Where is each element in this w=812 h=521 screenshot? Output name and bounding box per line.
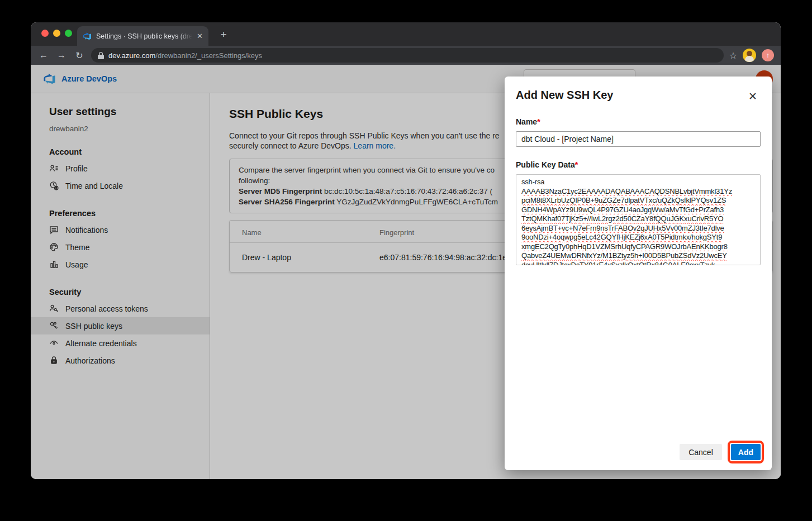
key-text-line: ssh-rsa xyxy=(521,178,755,187)
tab-close-icon[interactable]: ✕ xyxy=(197,32,203,40)
key-text-line: pciM8t8XLrbUzQIP0B+9uZGZe7dlpatVTxc/uQZk… xyxy=(521,196,755,205)
browser-profile-avatar[interactable] xyxy=(743,49,756,62)
key-name-input[interactable] xyxy=(516,131,761,147)
key-text-line: 9ooNDzi+4oqwpg5eLc42GQYfHjKEZj6xA0T5Pidt… xyxy=(521,233,755,242)
new-tab-button[interactable]: + xyxy=(216,28,231,41)
maximize-window-button[interactable] xyxy=(65,30,72,37)
browser-tab-strip: Settings · SSH public keys (dre ✕ + xyxy=(31,22,781,46)
url-path: /drewbanin2/_usersSettings/keys xyxy=(155,51,262,60)
key-text-line: dcuHltlxll7DJtcxDcTY91rE4xSxzlkQxtQtRx84… xyxy=(521,261,755,266)
tab-title: Settings · SSH public keys (dre xyxy=(96,32,192,40)
azure-devops-favicon xyxy=(83,32,92,41)
add-ssh-key-dialog: Add New SSH Key ✕ Name* Public Key Data*… xyxy=(505,77,772,470)
forward-icon[interactable]: → xyxy=(55,50,68,60)
browser-tab[interactable]: Settings · SSH public keys (dre ✕ xyxy=(77,26,208,46)
add-button[interactable]: Add xyxy=(731,444,761,460)
key-text-line: AAAAB3NzaC1yc2EAAAADAQABAAACAQDSNBLvbjtV… xyxy=(521,187,755,197)
cancel-button[interactable]: Cancel xyxy=(680,444,722,460)
window-controls[interactable] xyxy=(41,30,72,37)
close-window-button[interactable] xyxy=(41,30,49,37)
url-host: dev.azure.com xyxy=(108,51,155,60)
lock-icon xyxy=(98,52,104,59)
key-text-line: xmgEC2QgTy0phHqD1VZMSrhUqfyCPAGR9WOJrbAE… xyxy=(521,242,755,252)
dialog-title: Add New SSH Key xyxy=(516,89,613,102)
browser-window: Settings · SSH public keys (dre ✕ + ← → … xyxy=(31,22,781,479)
back-icon[interactable]: ← xyxy=(37,50,50,60)
name-label: Name* xyxy=(516,117,761,126)
screenshot-stage: Settings · SSH public keys (dre ✕ + ← → … xyxy=(0,0,812,521)
reload-icon[interactable]: ↻ xyxy=(73,50,86,61)
required-asterisk: * xyxy=(575,160,578,169)
browser-update-icon[interactable]: ↑ xyxy=(762,49,774,61)
bookmark-star-icon[interactable]: ☆ xyxy=(729,50,737,61)
address-bar[interactable]: dev.azure.com/drewbanin2/_usersSettings/… xyxy=(91,48,724,63)
public-key-data-label: Public Key Data* xyxy=(516,160,761,169)
key-text-line: GDNH4WpAYz9U9wQL4P97GZU4aoJgqWw/aMvTfGd+… xyxy=(521,205,755,215)
minimize-window-button[interactable] xyxy=(53,30,60,37)
key-text-line: QabveZ4UEMwDRNfxYz/M1BZtyz5h+I00D5BPubZS… xyxy=(521,251,755,261)
public-key-textarea[interactable]: ssh-rsa AAAAB3NzaC1yc2EAAAADAQABAAACAQDS… xyxy=(516,174,761,265)
key-text-line: 6eysAjmBT+vc+N7eFrn9nsTrFABOv2qJUHx5Vv00… xyxy=(521,224,755,233)
required-asterisk: * xyxy=(537,117,540,126)
browser-toolbar: ← → ↻ dev.azure.com/drewbanin2/_usersSet… xyxy=(31,46,781,65)
close-icon[interactable]: ✕ xyxy=(745,89,761,104)
key-text-line: TztQMKhaf07TjKz5+//IwL2rgz2d50CZaY8fQQuJ… xyxy=(521,214,755,224)
